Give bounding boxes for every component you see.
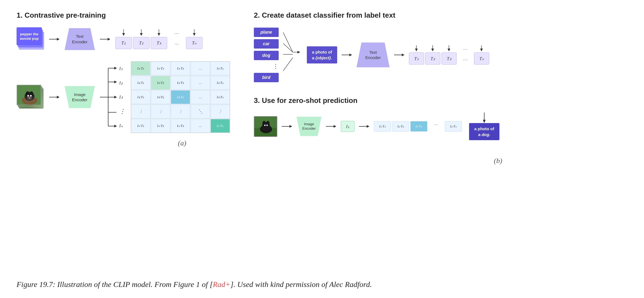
sec2-text-encoder: TextEncoder — [356, 42, 390, 67]
text-input-cards: pepper the aussie pup — [17, 27, 44, 51]
cell-4n: ⋮ — [211, 105, 230, 118]
cell-11: I₁·T₁ — [131, 62, 150, 75]
sec3-dog-img — [254, 116, 277, 137]
token-t1: T₁ — [115, 37, 132, 49]
figure-caption-suffix: ]. Used with kind permission of Alec Rad… — [230, 280, 372, 289]
sec2-tok-t1: T₁ — [409, 52, 424, 65]
token-arrow-1 — [115, 29, 132, 36]
dog-img-front — [17, 85, 41, 105]
label-car: car — [254, 39, 279, 49]
cell-2dots: … — [191, 76, 210, 90]
sec2-arrow-template-encoder — [342, 52, 352, 58]
sec3-arrow3 — [359, 124, 369, 129]
sec2-token-arrows: … — [409, 45, 489, 51]
svg-marker-43 — [114, 81, 117, 83]
svg-marker-5 — [122, 33, 125, 36]
sec3-i1-token: I₁ — [341, 121, 355, 132]
svg-marker-54 — [297, 51, 300, 54]
branch-lines-svg — [100, 61, 119, 133]
section3-main-row: ImageEncoder I₁ I₁·T₁ I₁·T₂ — [254, 113, 626, 140]
dp-12: I₁·T₂ — [392, 121, 409, 132]
svg-point-35 — [28, 97, 31, 99]
cell-23: I₂·T₃ — [171, 76, 190, 90]
svg-marker-76 — [289, 125, 292, 128]
label-plane: plane — [254, 28, 279, 37]
sec2-tok-t2: T₂ — [425, 52, 440, 65]
token-dots: … — [168, 29, 185, 36]
cell-ndots: … — [191, 119, 210, 133]
dp-11: I₁·T₁ — [374, 121, 391, 132]
sec2-arrow-encoder-tokens — [394, 52, 405, 58]
caption-b: (b) — [370, 157, 626, 165]
section2-main-row: plane car dog ⋮ bird a photo ofa {objec — [254, 27, 626, 83]
svg-marker-37 — [57, 96, 60, 99]
img-card-front — [17, 85, 41, 105]
sec3-result-box: a photo ofa dog. — [469, 123, 499, 140]
svg-line-49 — [283, 32, 293, 52]
svg-marker-60 — [415, 49, 418, 51]
label-bird: bird — [254, 73, 279, 82]
image-input-cards — [17, 85, 44, 110]
cell-32: I₃·T₂ — [151, 90, 170, 104]
label-i1: I₁ — [119, 62, 126, 76]
photo-template-box: a photo ofa {object}. — [307, 46, 337, 63]
sec3-dotprod-row: I₁·T₁ I₁·T₂ I₁·T₃ … I₁·Tₙ — [374, 121, 462, 132]
token-arrow-2 — [133, 29, 150, 36]
cell-31: I₃·T₁ — [131, 90, 150, 104]
sec3-dotprod-area: I₁·T₁ I₁·T₂ I₁·T₃ … I₁·Tₙ — [374, 121, 462, 132]
figure-caption: Figure 19.7: Illustration of the CLIP mo… — [17, 279, 627, 290]
section3-title: 3. Use for zero-shot prediction — [254, 96, 626, 105]
token-arrows-row: … — [115, 29, 203, 36]
sec2-tok-arr3 — [441, 45, 457, 51]
sec2-tok-ellipsis: … — [458, 56, 473, 62]
dp-13: I₁·T₃ — [410, 121, 427, 132]
svg-line-52 — [283, 58, 293, 71]
section1-title: 1. Contrastive pre-training — [17, 11, 243, 20]
token-arrow-n — [186, 29, 203, 36]
svg-marker-64 — [448, 49, 450, 51]
token-tn: Tₙ — [186, 37, 203, 49]
encoder-to-labels-area: I₁ I₂ I₃ ⋮ Iₙ I₁·T₁ I₁·T₂ I₁·T₃ … I₁·Tₙ — [100, 61, 230, 133]
cell-12: I₁·T₂ — [151, 62, 170, 75]
cell-n2: Iₙ·T₂ — [151, 119, 170, 133]
sec2-branch-svg — [283, 27, 302, 83]
cell-n1: Iₙ·T₁ — [131, 119, 150, 133]
sec3-arrow2 — [326, 124, 336, 129]
token-t3: T₃ — [151, 37, 167, 49]
sec2-token-row: T₁ T₂ T₃ … Tₙ — [409, 52, 489, 65]
svg-point-74 — [267, 124, 268, 126]
svg-marker-9 — [158, 33, 160, 36]
cell-33: I₃·T₃ — [171, 90, 190, 104]
label-i2: I₂ — [119, 76, 126, 90]
sec2-tok-arrn — [474, 45, 489, 51]
sec2-tok-dots: … — [458, 45, 473, 51]
svg-marker-1 — [57, 38, 60, 41]
svg-marker-3 — [108, 38, 110, 41]
section3-area: 3. Use for zero-shot prediction — [254, 96, 626, 140]
cell-n3: Iₙ·T₃ — [171, 119, 190, 133]
token-t2: T₂ — [133, 37, 150, 49]
cell-21: I₂·T₁ — [131, 76, 150, 90]
svg-marker-11 — [193, 33, 196, 36]
cell-41: ⋮ — [131, 105, 150, 118]
right-half: 2. Create dataset classifier from label … — [254, 11, 626, 165]
sec2-tok-t3: T₃ — [441, 52, 457, 65]
cell-4diag: ⋱ — [191, 105, 210, 118]
svg-line-50 — [283, 43, 293, 52]
dp-dots: … — [429, 121, 444, 132]
sec3-result-area: a photo ofa dog. — [469, 113, 499, 140]
arrow-img-to-encoder — [49, 94, 60, 100]
label-dots2: ⋮ — [273, 62, 279, 71]
svg-marker-58 — [402, 54, 405, 56]
sec3-arrow1 — [282, 124, 292, 129]
svg-marker-48 — [114, 125, 117, 127]
figure-caption-prefix: Figure 19.7: Illustration of the CLIP mo… — [17, 280, 213, 289]
section2-title: 2. Create dataset classifier from label … — [254, 11, 626, 20]
sec2-tokens-area: … T₁ T₂ T₃ … Tₙ — [409, 45, 489, 65]
caption-a: (a) — [121, 139, 243, 147]
cell-3dots: … — [191, 90, 210, 104]
i-label-col: I₁ I₂ I₃ ⋮ Iₙ — [119, 62, 126, 133]
sec2-tok-tn: Tₙ — [474, 52, 489, 65]
svg-marker-62 — [431, 49, 434, 51]
cell-3n: I₃·Tₙ — [211, 90, 230, 104]
